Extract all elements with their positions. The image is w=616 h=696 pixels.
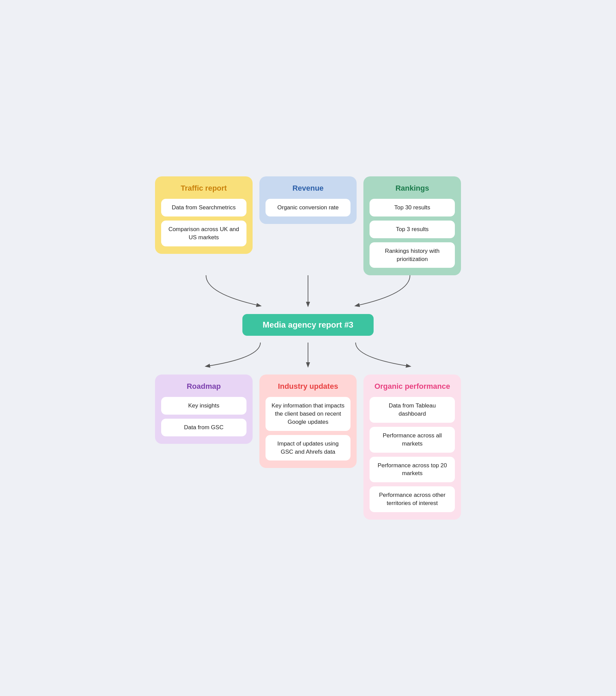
rankings-card: Rankings Top 30 results Top 3 results Ra…: [364, 176, 461, 275]
revenue-title: Revenue: [265, 184, 351, 193]
rankings-title: Rankings: [370, 184, 455, 193]
traffic-item-2: Comparison across UK and US markets: [161, 221, 246, 247]
industry-title: Industry updates: [265, 382, 351, 391]
traffic-card: Traffic report Data from Searchmetrics C…: [155, 176, 252, 254]
bottom-arrows-svg: [155, 336, 461, 373]
revenue-card: Revenue Organic conversion rate: [259, 176, 357, 224]
industry-item-2: Impact of updates using GSC and Ahrefs d…: [265, 435, 351, 461]
center-node: Media agency report #3: [242, 314, 374, 336]
top-row: Traffic report Data from Searchmetrics C…: [155, 176, 461, 275]
industry-item-1: Key information that impacts the client …: [265, 397, 351, 431]
traffic-title: Traffic report: [161, 184, 246, 193]
revenue-item-1: Organic conversion rate: [265, 199, 351, 217]
organic-item-2: Performance across all markets: [370, 427, 455, 453]
bottom-row: Roadmap Key insights Data from GSC Indus…: [155, 375, 461, 519]
traffic-item-1: Data from Searchmetrics: [161, 199, 246, 217]
organic-item-4: Performance across other territories of …: [370, 486, 455, 512]
roadmap-card: Roadmap Key insights Data from GSC: [155, 375, 252, 444]
diagram: Traffic report Data from Searchmetrics C…: [155, 176, 461, 520]
roadmap-item-1: Key insights: [161, 397, 246, 415]
center-wrapper: Media agency report #3: [155, 314, 461, 336]
roadmap-title: Roadmap: [161, 382, 246, 391]
organic-title: Organic performance: [370, 382, 455, 391]
organic-item-3: Performance across top 20 markets: [370, 457, 455, 483]
organic-item-1: Data from Tableau dashboard: [370, 397, 455, 423]
organic-card: Organic performance Data from Tableau da…: [364, 375, 461, 519]
roadmap-item-2: Data from GSC: [161, 419, 246, 436]
top-arrows-svg: [155, 275, 461, 313]
rankings-item-2: Top 3 results: [370, 221, 455, 238]
rankings-item-1: Top 30 results: [370, 199, 455, 217]
industry-card: Industry updates Key information that im…: [259, 375, 357, 468]
rankings-item-3: Rankings history with prioritization: [370, 242, 455, 268]
